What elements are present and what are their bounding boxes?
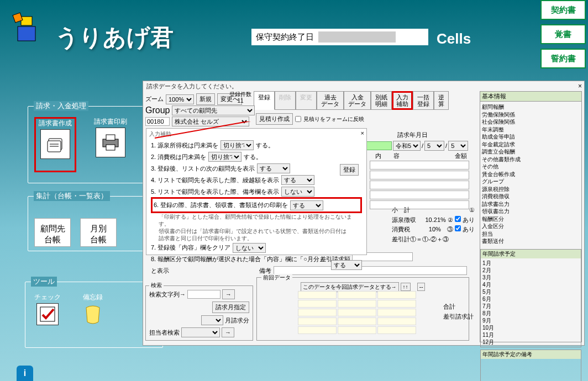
- assist-6-select[interactable]: する: [290, 200, 323, 210]
- day-select[interactable]: 5: [448, 141, 468, 151]
- group-label: Group: [145, 105, 170, 115]
- contract-end-label: 保守契約終了日: [256, 32, 314, 43]
- search-tantou-go[interactable]: →: [222, 327, 234, 337]
- assist-7-select[interactable]: しない: [233, 243, 266, 253]
- assist-6-note: 「印刷する」とした場合、顧問先情報で登録した情報により処理をおこないます。領収書…: [159, 213, 362, 242]
- modal-header: 請求データを入力してください。: [146, 82, 238, 91]
- client-select[interactable]: 株式会社 セルズ: [172, 117, 249, 126]
- shouhi-check[interactable]: [455, 225, 461, 231]
- ledger-monthly-button[interactable]: 月別台帳: [80, 218, 117, 247]
- svg-rect-9: [106, 145, 115, 150]
- search-panel: 検索 検索文字列→ → 請求月指定 月請求分 担当者検索 →: [145, 285, 253, 341]
- contract-end-box: 保守契約終了日: [251, 29, 428, 45]
- input-assist-close-icon[interactable]: ×: [361, 130, 364, 136]
- assist-item-6: 6. 登録の際、請求書、領収書、書類送付の印刷をする: [151, 197, 362, 213]
- assist-2-select[interactable]: 切り捨て: [208, 152, 242, 162]
- era-select[interactable]: 令和5: [393, 141, 421, 151]
- tab-attachment[interactable]: 別紙明細: [371, 91, 392, 110]
- previous-data-title: 前回データ: [261, 274, 292, 282]
- search-tantou-select[interactable]: [181, 327, 220, 337]
- content-row[interactable]: [370, 181, 469, 189]
- basic-item: 入金区分: [482, 223, 580, 230]
- contract-end-value: [318, 31, 396, 43]
- estimate-reflect-checkbox[interactable]: [295, 116, 301, 122]
- invoice-create-label: 請求書作成: [39, 119, 72, 128]
- info-icon[interactable]: i: [17, 366, 33, 381]
- basic-item: その他書類作成: [482, 156, 580, 163]
- app-title: うりあげ君: [55, 22, 174, 53]
- prev-dash-button[interactable]: --: [417, 283, 426, 291]
- assist-register-button[interactable]: 登録: [340, 164, 359, 176]
- document-stack-icon: [40, 129, 70, 159]
- assist-item-2: 2. 消費税は円未満を切り捨てする。: [151, 151, 362, 163]
- col-amount: 金額: [455, 152, 467, 160]
- panel-billing-label: 請求・入金処理: [34, 101, 88, 111]
- tab-bar: 登録 削除 変更 過去データ 入金データ 別紙明細 入力補助 一括登録 逆算: [254, 91, 449, 110]
- search-month-button[interactable]: 請求月指定: [212, 301, 249, 313]
- basic-item: 消費税徴収: [482, 193, 580, 200]
- assist-1-select[interactable]: 切り捨て: [221, 140, 254, 150]
- reg-count: 登録件数11: [229, 91, 251, 104]
- client-code[interactable]: [145, 117, 170, 126]
- search-kw-label: 検索文字列→: [149, 290, 186, 299]
- annual-months: 1月2月3月 4月5月6月 7月8月9月 10月11月12月: [481, 258, 581, 347]
- search-tantou-label: 担当者検索: [149, 329, 180, 337]
- new-button[interactable]: 新規: [196, 93, 215, 105]
- tab-batch-register[interactable]: 一括登録: [413, 91, 434, 110]
- search-kw-input[interactable]: [187, 290, 221, 299]
- basic-item: 書類送付: [482, 237, 580, 245]
- printer-icon: [96, 128, 125, 157]
- annual-notes-box: 年間請求予定の備考: [480, 350, 581, 382]
- zoom-select[interactable]: 100%: [166, 94, 194, 104]
- zoom-label: ズーム: [145, 95, 164, 103]
- assist-item-7: 7. 登録後「内容」欄をクリアしない: [151, 242, 362, 253]
- assist-8-select[interactable]: する: [331, 260, 362, 270]
- side-btn-memo[interactable]: 覚書: [540, 24, 586, 44]
- search-title: 検索: [149, 282, 164, 289]
- assist-4-select[interactable]: する: [281, 175, 314, 185]
- basic-item: 源泉税控除: [482, 186, 580, 193]
- group-select[interactable]: すべての顧問先: [172, 105, 255, 115]
- tab-input-assist[interactable]: 入力補助: [392, 91, 413, 110]
- basic-item: 調査立会報酬: [482, 148, 580, 156]
- content-row[interactable]: [370, 190, 469, 199]
- invoice-print-button[interactable]: 請求書印刷: [94, 117, 127, 157]
- input-assist-title: 入力補助: [149, 130, 171, 138]
- svg-rect-8: [106, 135, 115, 140]
- search-month-select[interactable]: [201, 315, 223, 325]
- panel-tabulation-label: 集計（台帳・一覧表）: [34, 191, 110, 201]
- close-icon[interactable]: ×: [578, 82, 582, 90]
- side-btn-contract[interactable]: 契約書: [540, 0, 586, 20]
- tool-memo-button[interactable]: 備忘録: [82, 293, 104, 325]
- gensen-check[interactable]: [455, 216, 461, 222]
- sticky-note-icon: [82, 303, 104, 325]
- col-content: 内 容: [375, 152, 400, 160]
- side-btn-pledge[interactable]: 誓約書: [540, 49, 586, 68]
- tab-past-data[interactable]: 過去データ: [317, 91, 344, 110]
- tab-payment-data[interactable]: 入金データ: [344, 91, 371, 110]
- assist-item-8: 8. 報酬区分で顧問報酬が選択された場合「内容」欄に「○月分」と表示する: [151, 253, 362, 277]
- assist-5-select[interactable]: しない: [281, 187, 314, 197]
- tab-change[interactable]: 変更: [296, 91, 317, 110]
- tab-reverse[interactable]: 逆算: [434, 91, 449, 110]
- assist-3-select[interactable]: する: [257, 163, 290, 173]
- tool-check-button[interactable]: チェック: [34, 293, 61, 325]
- basic-info-panel: 基本情報 顧問報酬 労働保険関係 社会保険関係 年末調整 助成金等申請 年金裁定…: [480, 91, 582, 342]
- basic-item: 労働保険関係: [482, 111, 580, 119]
- estimate-reflect-label: 見積りをフォームに反映: [303, 115, 364, 123]
- tab-register[interactable]: 登録: [254, 91, 275, 110]
- invoice-create-button[interactable]: 請求書作成: [34, 117, 76, 172]
- estimate-create-button[interactable]: 見積り作成: [256, 113, 293, 125]
- basic-item: 報酬区分: [482, 215, 580, 223]
- month-select[interactable]: 5: [424, 141, 444, 151]
- search-go-button[interactable]: →: [222, 289, 235, 299]
- content-row[interactable]: [370, 161, 469, 170]
- content-row[interactable]: [370, 171, 469, 179]
- cells-label: Cells: [437, 30, 471, 47]
- ledger-client-button[interactable]: 顧問先台帳: [34, 218, 71, 247]
- basic-item: 社会保険関係: [482, 118, 580, 126]
- prev-arrow-button[interactable]: ↑↑: [401, 283, 411, 291]
- tab-delete[interactable]: 削除: [275, 91, 296, 110]
- invoice-print-label: 請求書印刷: [94, 117, 127, 126]
- tool-check-label: チェック: [34, 293, 61, 302]
